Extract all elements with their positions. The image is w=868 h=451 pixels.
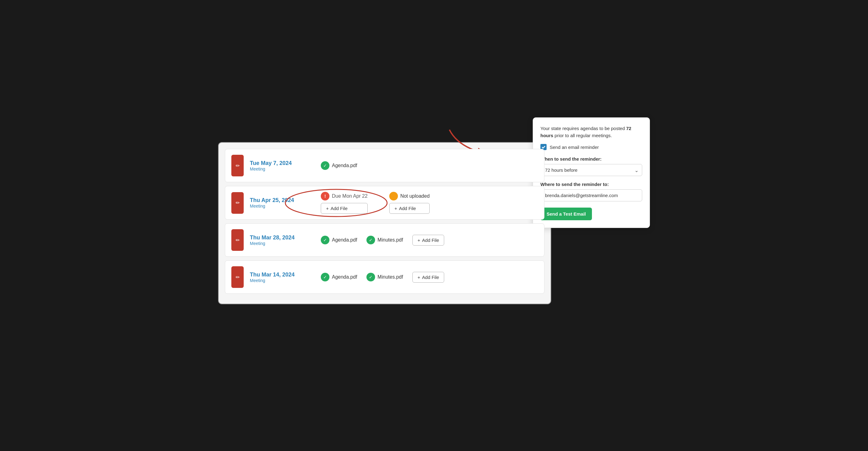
file-item: ✓ Minutes.pdf: [367, 273, 403, 281]
checkbox-label: Send an email reminder: [550, 145, 599, 150]
page-container: Your state requires agendas to be posted…: [218, 117, 650, 334]
meeting-info: Thu Mar 14, 2024 Meeting: [250, 272, 312, 283]
file-item: ✓ Agenda.pdf: [321, 161, 357, 170]
check-icon: ✓: [321, 161, 330, 170]
meeting-row-overdue: ✏ Thu Apr 25, 2024 Meeting ! Due Mon Apr…: [225, 186, 545, 220]
meeting-files: ✓ Agenda.pdf: [321, 161, 538, 170]
popup-description: Your state requires agendas to be posted…: [540, 125, 642, 139]
file-name: Agenda.pdf: [332, 163, 357, 168]
meetings-panel: ✏ Tue May 7, 2024 Meeting ✓ Agenda.pdf ✏: [218, 142, 551, 304]
meeting-color-bar: ✏: [231, 266, 244, 288]
add-file-label: Add File: [331, 206, 348, 211]
meeting-info: Thu Mar 28, 2024 Meeting: [250, 234, 312, 246]
file-name: Minutes.pdf: [377, 237, 403, 243]
email-reminder-checkbox-row[interactable]: Send an email reminder: [540, 144, 642, 150]
meeting-date: Thu Apr 25, 2024: [250, 197, 312, 203]
reminder-timing-dropdown-wrapper: 72 hours before 48 hours before 24 hours…: [540, 164, 642, 176]
add-file-label: Add File: [399, 206, 416, 211]
meeting-type: Meeting: [250, 203, 312, 208]
not-uploaded-item: Not uploaded: [389, 192, 430, 200]
reminder-timing-dropdown[interactable]: 72 hours before 48 hours before 24 hours…: [540, 164, 642, 176]
meeting-date: Thu Mar 28, 2024: [250, 234, 312, 241]
plus-icon: +: [417, 275, 421, 280]
file-item: ✓ Agenda.pdf: [321, 236, 357, 244]
where-label: Where to send the reminder to:: [540, 181, 642, 187]
not-uploaded-section: Not uploaded + Add File: [389, 192, 430, 214]
file-item: ✓ Minutes.pdf: [367, 236, 403, 244]
meeting-row: ✏ Thu Mar 14, 2024 Meeting ✓ Agenda.pdf …: [225, 260, 545, 294]
add-file-label: Add File: [422, 275, 439, 280]
add-file-button[interactable]: + Add File: [321, 203, 368, 214]
add-file-button[interactable]: + Add File: [412, 272, 444, 283]
pencil-icon: ✏: [236, 200, 240, 206]
meeting-info: Tue May 7, 2024 Meeting: [250, 160, 312, 171]
add-file-label: Add File: [422, 237, 439, 243]
reminder-email-input[interactable]: [540, 189, 642, 201]
meeting-type: Meeting: [250, 241, 312, 246]
meeting-row: ✏ Thu Mar 28, 2024 Meeting ✓ Agenda.pdf …: [225, 223, 545, 257]
warning-icon: !: [321, 192, 330, 200]
meeting-type: Meeting: [250, 167, 312, 171]
check-icon: ✓: [321, 236, 330, 244]
file-item: ✓ Agenda.pdf: [321, 273, 357, 281]
plus-icon: +: [395, 206, 397, 211]
due-date-text: Due Mon Apr 22: [332, 193, 368, 199]
file-name: Agenda.pdf: [332, 274, 357, 280]
meeting-info: Thu Apr 25, 2024 Meeting: [250, 197, 312, 208]
check-icon: ✓: [367, 236, 375, 244]
meeting-files: ✓ Agenda.pdf ✓ Minutes.pdf + Add File: [321, 272, 538, 283]
meeting-files: ✓ Agenda.pdf ✓ Minutes.pdf + Add File: [321, 235, 538, 246]
due-date-item: ! Due Mon Apr 22: [321, 192, 368, 200]
add-file-button[interactable]: + Add File: [412, 235, 444, 246]
meeting-row: ✏ Tue May 7, 2024 Meeting ✓ Agenda.pdf: [225, 149, 545, 182]
pencil-icon: ✏: [236, 274, 240, 280]
pencil-icon: ✏: [236, 237, 240, 243]
plus-icon: +: [326, 206, 329, 211]
file-name: Minutes.pdf: [377, 274, 403, 280]
add-file-button-2[interactable]: + Add File: [389, 203, 430, 214]
pending-icon: [389, 192, 398, 200]
reminder-popup: Your state requires agendas to be posted…: [533, 117, 650, 228]
file-name: Not uploaded: [400, 193, 430, 199]
meeting-color-bar: ✏: [231, 192, 244, 214]
file-name: Agenda.pdf: [332, 237, 357, 243]
check-icon: ✓: [321, 273, 330, 281]
plus-icon: +: [417, 237, 421, 243]
meeting-color-bar: ✏: [231, 229, 244, 251]
when-label: When to send the reminder:: [540, 156, 642, 162]
overdue-file-section: ! Due Mon Apr 22 + Add File: [321, 192, 368, 214]
meeting-type: Meeting: [250, 278, 312, 283]
meeting-date: Tue May 7, 2024: [250, 160, 312, 167]
check-icon: ✓: [367, 273, 375, 281]
pencil-icon: ✏: [236, 163, 240, 169]
meeting-date: Thu Mar 14, 2024: [250, 272, 312, 278]
meeting-files: ! Due Mon Apr 22 + Add File Not uploaded…: [321, 192, 538, 214]
send-test-email-button[interactable]: Send a Test Email: [540, 207, 592, 220]
meeting-color-bar: ✏: [231, 155, 244, 176]
